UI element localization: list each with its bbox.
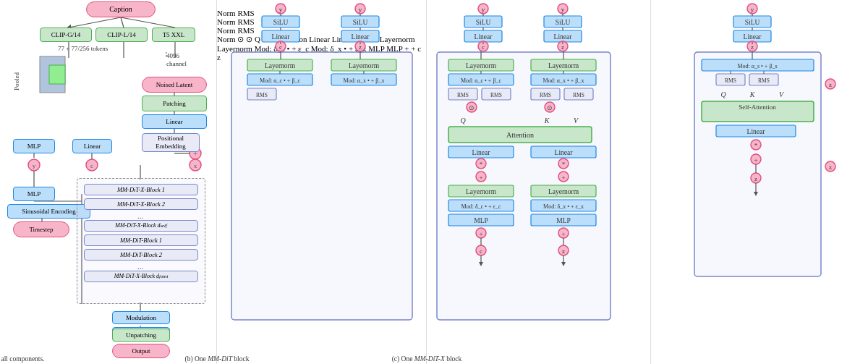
svg-text:z: z bbox=[751, 43, 754, 51]
svg-text:SiLU: SiLU bbox=[353, 19, 368, 26]
svg-text:Mod: α_x • + β_x: Mod: α_x • + β_x bbox=[344, 77, 385, 84]
svg-point-128 bbox=[476, 172, 486, 182]
svg-text:K: K bbox=[749, 90, 756, 98]
svg-text:c: c bbox=[90, 162, 93, 169]
svg-rect-93 bbox=[531, 59, 596, 71]
svg-rect-169 bbox=[702, 59, 814, 71]
svg-text:c: c bbox=[480, 247, 482, 255]
svg-rect-158 bbox=[733, 16, 771, 27]
svg-text:Linear: Linear bbox=[744, 33, 762, 41]
dots2: ... bbox=[137, 262, 143, 271]
modulation-box: Modulation bbox=[112, 311, 170, 324]
mm-dit-x-dself: MM-DiT-X-Block dself bbox=[84, 220, 198, 232]
svg-text:y: y bbox=[482, 6, 485, 13]
svg-text:MLP: MLP bbox=[474, 217, 488, 224]
t5-label: T5 XXL bbox=[163, 31, 185, 39]
svg-text:Mod: α_c • + β_c: Mod: α_c • + β_c bbox=[461, 77, 501, 84]
svg-rect-74 bbox=[544, 16, 582, 27]
svg-text:z: z bbox=[754, 175, 757, 182]
clip-l-box: CLIP-L/14 bbox=[95, 27, 148, 42]
svg-rect-56 bbox=[331, 59, 396, 71]
sinusoidal-label: Sinusoidal Encoding bbox=[22, 208, 76, 216]
svg-text:RMS: RMS bbox=[725, 77, 736, 84]
left-panel: + y c x bbox=[0, 0, 217, 364]
svg-rect-132 bbox=[448, 185, 514, 197]
svg-text:z: z bbox=[829, 164, 832, 171]
left-panel-label: (a) Overview of all components. bbox=[0, 355, 109, 363]
svg-text:z: z bbox=[561, 43, 564, 51]
svg-point-84 bbox=[478, 41, 488, 51]
unpatching-box: Unpatching bbox=[112, 329, 170, 342]
pos-embed-label: PositionalEmbedding bbox=[156, 135, 186, 151]
svg-text:Layernorm: Layernorm bbox=[265, 62, 296, 69]
svg-rect-97 bbox=[448, 74, 514, 85]
unpatching-label: Unpatching bbox=[126, 331, 156, 339]
timestep-box: Timestep bbox=[13, 221, 69, 237]
svg-point-194 bbox=[825, 161, 835, 172]
svg-point-192 bbox=[825, 79, 835, 89]
svg-point-16 bbox=[28, 159, 40, 171]
svg-point-20 bbox=[190, 159, 201, 171]
svg-rect-90 bbox=[437, 52, 610, 320]
caption-box: Caption bbox=[86, 1, 156, 17]
linear-top-right-label: Linear bbox=[166, 118, 182, 126]
svg-text:MLP: MLP bbox=[556, 217, 571, 224]
svg-text:Mod: α_s • + β_s: Mod: α_s • + β_s bbox=[737, 63, 777, 69]
svg-text:+: + bbox=[479, 174, 482, 181]
t5-box: T5 XXL bbox=[152, 27, 195, 42]
svg-line-2 bbox=[121, 17, 175, 27]
svg-text:Linear: Linear bbox=[554, 33, 573, 41]
svg-text:Mod: δ_c • + ε_c: Mod: δ_c • + ε_c bbox=[461, 203, 501, 210]
svg-text:RMS: RMS bbox=[457, 92, 469, 98]
output-label: Output bbox=[132, 347, 150, 355]
svg-text:SiLU: SiLU bbox=[273, 19, 289, 26]
svg-text:Layernorm: Layernorm bbox=[466, 188, 497, 195]
svg-rect-7 bbox=[49, 65, 65, 84]
clip-g-box: CLIP-G/14 bbox=[40, 27, 92, 42]
svg-text:Mod: α_c • + β_c: Mod: α_c • + β_c bbox=[260, 77, 300, 84]
svg-rect-62 bbox=[331, 74, 396, 85]
mm-dit-x-block1: MM-DiT-X-Block 1 bbox=[84, 184, 198, 195]
mm-dit-block1: MM-DiT-Block 1 bbox=[84, 234, 198, 246]
svg-rect-182 bbox=[716, 125, 796, 137]
dots1: ... bbox=[137, 211, 143, 220]
svg-text:x: x bbox=[194, 162, 197, 169]
svg-text:Self-Attention: Self-Attention bbox=[739, 103, 776, 111]
svg-text:Linear: Linear bbox=[555, 149, 574, 156]
right-lines: y SiLU Linear z Mod: α_s • + β_s RMS RMS bbox=[651, 0, 868, 364]
svg-text:RMS: RMS bbox=[540, 92, 551, 98]
svg-rect-138 bbox=[531, 200, 596, 211]
clip-l-label: CLIP-L/14 bbox=[107, 31, 136, 39]
tokens-text: 77 + 77/256 tokens bbox=[58, 45, 108, 52]
svg-rect-142 bbox=[531, 214, 596, 226]
linear-mid-box: Linear bbox=[72, 139, 112, 153]
svg-rect-122 bbox=[531, 146, 596, 158]
patching-box: Patching bbox=[142, 96, 207, 111]
svg-point-150 bbox=[558, 245, 569, 255]
svg-rect-136 bbox=[448, 200, 514, 211]
svg-rect-60 bbox=[247, 74, 312, 85]
svg-text:RMS: RMS bbox=[256, 92, 268, 98]
svg-rect-72 bbox=[464, 16, 502, 27]
svg-text:Linear: Linear bbox=[747, 128, 766, 135]
svg-rect-66 bbox=[247, 88, 276, 100]
svg-text:SiLU: SiLU bbox=[556, 19, 571, 26]
diagram-container: + y c x bbox=[0, 0, 868, 364]
svg-point-148 bbox=[476, 245, 486, 255]
svg-rect-99 bbox=[531, 74, 596, 85]
svg-text:Linear: Linear bbox=[472, 149, 491, 156]
svg-rect-173 bbox=[749, 74, 778, 85]
center-right-panel: y y SiLU SiLU Linear Linear c z bbox=[427, 0, 651, 364]
svg-text:Attention: Attention bbox=[506, 131, 534, 139]
svg-rect-134 bbox=[531, 185, 596, 197]
cr-lines: y y SiLU SiLU Linear Linear c z bbox=[427, 0, 650, 364]
patching-label: Patching bbox=[163, 100, 186, 108]
svg-point-18 bbox=[86, 159, 98, 171]
svg-text:y: y bbox=[33, 162, 36, 169]
svg-rect-105 bbox=[482, 88, 511, 100]
mm-dit-x-djoint: MM-DiT-X-Block djoint bbox=[84, 271, 198, 282]
svg-rect-120 bbox=[448, 146, 514, 158]
noised-latent-label: Noised Latent bbox=[156, 81, 193, 89]
svg-rect-103 bbox=[448, 88, 477, 100]
svg-point-130 bbox=[558, 172, 569, 182]
